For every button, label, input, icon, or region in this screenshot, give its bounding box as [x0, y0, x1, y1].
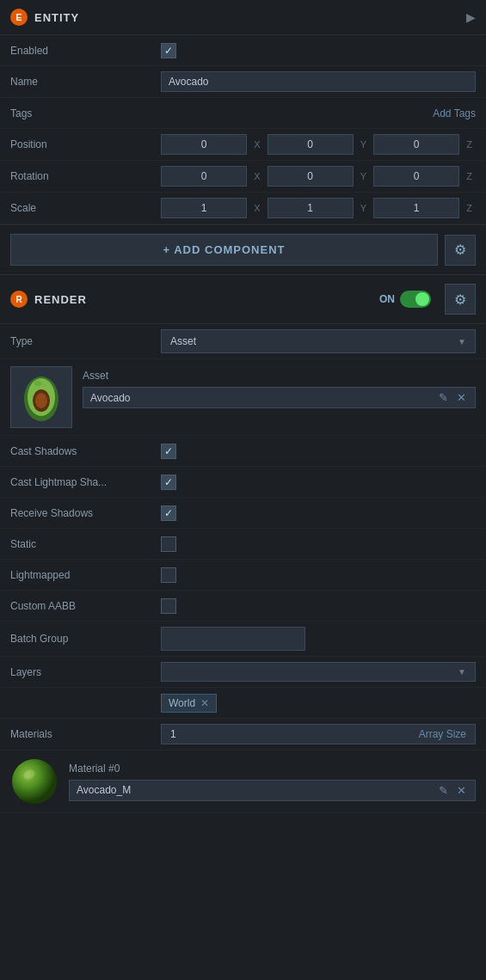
rotation-xyz: X Y Z	[161, 166, 476, 187]
world-tag: World ✕	[161, 694, 217, 713]
dropdown-arrow-icon: ▼	[458, 337, 466, 346]
rotation-z-label: Z	[463, 171, 476, 181]
rotation-y-input[interactable]	[268, 166, 354, 187]
receive-shadows-label: Receive Shadows	[10, 507, 161, 519]
enabled-row: Enabled	[0, 35, 486, 66]
position-label: Position	[10, 138, 161, 150]
entity-title: ENTITY	[34, 11, 79, 24]
scale-y-input[interactable]	[268, 198, 354, 218]
rotation-y-wrap	[268, 166, 354, 187]
rotation-x-input[interactable]	[161, 166, 247, 187]
array-size-button[interactable]: Array Size	[419, 728, 466, 740]
add-tags-button[interactable]: Add Tags	[433, 107, 476, 119]
rotation-y-label: Y	[357, 171, 370, 181]
cast-lightmap-checkbox[interactable]	[161, 475, 176, 490]
name-input[interactable]	[161, 71, 476, 92]
svg-point-3	[35, 393, 47, 408]
batch-group-label: Batch Group	[10, 633, 161, 645]
custom-aabb-label: Custom AABB	[10, 600, 161, 612]
material-clear-button[interactable]: ✕	[455, 784, 468, 797]
static-label: Static	[10, 538, 161, 550]
world-tag-value: World ✕	[161, 694, 476, 713]
position-y-label: Y	[357, 139, 370, 150]
cast-lightmap-value	[161, 475, 476, 490]
type-label: Type	[10, 335, 161, 347]
render-gear-button[interactable]: ⚙	[445, 284, 476, 315]
rotation-label: Rotation	[10, 170, 161, 182]
collapse-arrow-icon[interactable]: ▶	[466, 10, 476, 24]
position-x-wrap	[161, 134, 247, 155]
cast-shadows-label: Cast Shadows	[10, 445, 161, 457]
render-title: RENDER	[34, 293, 372, 306]
material-name-text: Avocado_M	[77, 784, 432, 796]
lightmapped-checkbox[interactable]	[161, 567, 176, 583]
material-thumbnail	[10, 757, 58, 805]
cast-shadows-row: Cast Shadows	[0, 436, 486, 467]
layers-value: ▼	[161, 662, 476, 682]
position-z-input[interactable]	[373, 134, 459, 155]
materials-count: 1	[170, 728, 176, 740]
scale-label: Scale	[10, 202, 161, 214]
layers-dropdown[interactable]: ▼	[161, 662, 476, 682]
materials-label: Materials	[10, 728, 161, 740]
tags-value: Add Tags	[161, 107, 476, 119]
render-header: R RENDER ON ⚙	[0, 275, 486, 324]
custom-aabb-row: Custom AABB	[0, 591, 486, 622]
rotation-x-label: X	[250, 171, 263, 181]
position-z-label: Z	[463, 139, 476, 150]
world-tag-remove-button[interactable]: ✕	[200, 697, 209, 709]
asset-label: Asset	[83, 366, 476, 382]
position-y-wrap	[268, 134, 354, 155]
entity-gear-button[interactable]: ⚙	[445, 235, 476, 266]
position-row: Position X Y Z	[0, 129, 486, 161]
cast-lightmap-label: Cast Lightmap Sha...	[10, 476, 161, 488]
type-dropdown[interactable]: Asset ▼	[161, 329, 476, 353]
position-y-input[interactable]	[268, 134, 354, 155]
scale-z-input[interactable]	[373, 198, 459, 218]
scale-y-wrap	[268, 198, 354, 218]
cast-shadows-checkbox[interactable]	[161, 444, 176, 459]
receive-shadows-checkbox[interactable]	[161, 505, 176, 521]
rotation-z-input[interactable]	[373, 166, 459, 187]
lightmapped-label: Lightmapped	[10, 569, 161, 581]
lightmapped-value	[161, 567, 476, 583]
material-sphere-image	[10, 757, 58, 805]
toggle-knob	[415, 292, 429, 306]
add-component-bar: + ADD COMPONENT ⚙	[0, 224, 486, 275]
type-dropdown-value: Asset	[170, 335, 196, 347]
name-row: Name	[0, 66, 486, 98]
type-row: Type Asset ▼	[0, 324, 486, 359]
material-item-0: Material #0 Avocado_M ✎ ✕	[0, 750, 486, 813]
batch-group-value	[161, 627, 476, 651]
layers-label: Layers	[10, 666, 161, 678]
name-value	[161, 71, 476, 92]
scale-xyz: X Y Z	[161, 198, 476, 218]
asset-edit-button[interactable]: ✎	[437, 391, 450, 404]
static-checkbox[interactable]	[161, 536, 176, 552]
material-edit-button[interactable]: ✎	[437, 784, 450, 797]
receive-shadows-row: Receive Shadows	[0, 498, 486, 529]
layers-row: Layers ▼	[0, 657, 486, 688]
custom-aabb-checkbox[interactable]	[161, 598, 176, 614]
layers-dropdown-arrow-icon: ▼	[458, 667, 466, 677]
scale-z-label: Z	[463, 203, 476, 213]
render-icon: R	[10, 291, 28, 308]
enabled-label: Enabled	[10, 45, 161, 57]
position-x-input[interactable]	[161, 134, 247, 155]
batch-group-input[interactable]	[161, 627, 305, 651]
tags-label: Tags	[10, 107, 161, 119]
batch-group-row: Batch Group	[0, 622, 486, 657]
static-row: Static	[0, 529, 486, 560]
render-toggle[interactable]	[400, 291, 431, 308]
material-info: Material #0 Avocado_M ✎ ✕	[69, 763, 476, 801]
tags-row: Tags Add Tags	[0, 98, 486, 129]
asset-clear-button[interactable]: ✕	[455, 391, 468, 404]
enabled-checkbox[interactable]	[161, 43, 176, 58]
position-x-label: X	[250, 139, 263, 150]
material-name-row: Avocado_M ✎ ✕	[69, 780, 476, 801]
scale-x-input[interactable]	[161, 198, 247, 218]
asset-name-row: Avocado ✎ ✕	[83, 387, 476, 408]
add-component-button[interactable]: + ADD COMPONENT	[10, 234, 438, 266]
entity-header-left: E ENTITY	[10, 9, 79, 26]
cast-lightmap-row: Cast Lightmap Sha...	[0, 467, 486, 498]
